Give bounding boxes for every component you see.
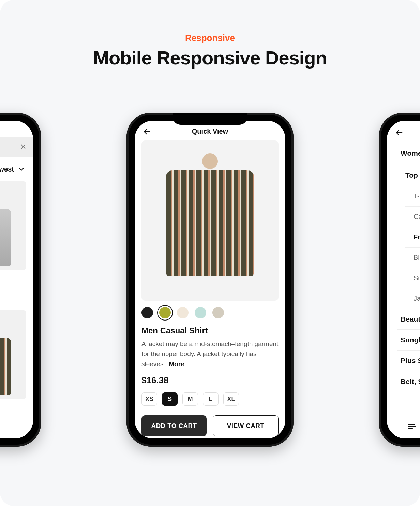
sort-dropdown[interactable]: Newest [0,164,26,174]
size-option[interactable]: S [162,392,178,406]
arrow-left-icon [394,128,404,137]
showcase-stage: Responsive Mobile Responsive Design n / … [0,0,420,506]
nav-account[interactable] [0,420,2,432]
color-swatch[interactable] [195,307,206,318]
add-to-cart-button[interactable]: ADD TO CART [141,415,207,436]
subcategory-item[interactable]: T-Shirt [405,186,420,207]
subcategory-item[interactable]: Jackets [405,288,420,309]
category-group[interactable]: Beauty & Personal Care [397,309,420,330]
subcategory-item[interactable]: Suits [405,268,420,288]
color-swatch[interactable] [159,307,171,318]
bottom-nav: 4 [0,413,33,438]
phone-notch [172,113,247,125]
size-option[interactable]: XL [223,392,239,406]
product-image[interactable] [141,140,279,301]
arrow-left-icon [142,127,152,136]
subcategory-item[interactable]: Formal Shirts [405,227,420,248]
menu-icon [407,421,417,431]
eyebrow: Responsive [0,33,420,43]
category-group[interactable]: Sunglasses & Frames [397,330,420,351]
color-swatch[interactable] [212,307,224,318]
size-option[interactable]: M [182,392,198,406]
back-button[interactable] [141,126,152,137]
category-women[interactable]: Women [397,143,420,164]
phone-left: n / Casual Wear le. Selected Items. Deta… [0,113,41,447]
category-group[interactable]: Plus Size [397,351,420,371]
more-link[interactable]: More [169,360,184,368]
view-cart-button[interactable]: VIEW CART [213,415,279,436]
phone-right: Cartsy. Women Top Wear T-ShirtCasual Shi… [379,113,420,447]
page-title: Quick View [192,128,228,135]
product-description: A jacket may be a mid-stomach–length gar… [141,339,279,369]
color-swatch[interactable] [177,307,189,318]
headline: Mobile Responsive Design [0,47,420,69]
subcategory-item[interactable]: Casual Shirts [405,207,420,227]
phone-center: Quick View Men Casual Shirt A jacket [126,113,294,447]
group-top-wear[interactable]: Top Wear [397,164,420,186]
product-price: $16.38 [141,375,279,386]
subcategory-item[interactable]: Blazwers & Coats [405,248,420,268]
color-swatches [141,307,279,318]
promo-banner: le. Selected Items. Details ✕ [0,137,33,157]
product-title: Men Casual Shirt [141,326,279,336]
back-button[interactable] [394,127,405,138]
nav-menu[interactable] [406,420,418,432]
user-icon [0,421,0,431]
size-picker: XSSMLXL [141,392,279,406]
size-option[interactable]: L [203,392,219,406]
color-swatch[interactable] [141,307,153,318]
chevron-down-icon [17,164,26,174]
product-card[interactable]: Style Quotient Men Black top sleeveless.… [0,181,26,303]
breadcrumb[interactable]: n / Casual Wear [0,121,26,132]
category-group[interactable]: Belt, Scarves & More [397,371,420,392]
size-option[interactable]: XS [141,392,157,406]
close-icon[interactable]: ✕ [20,143,26,151]
bottom-nav [387,413,420,438]
